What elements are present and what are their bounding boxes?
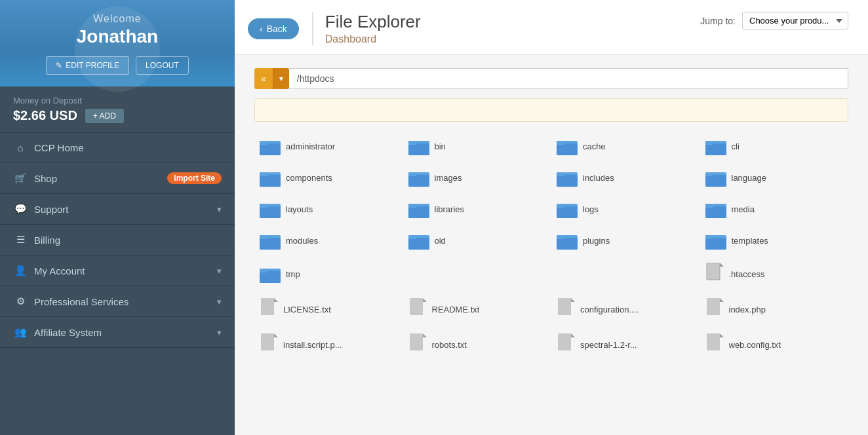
folder-item[interactable]: images <box>403 165 552 190</box>
money-section: Money on Deposit $2.66 USD + ADD <box>0 86 235 133</box>
money-label: Money on Deposit <box>13 96 222 105</box>
svg-rect-11 <box>705 141 713 145</box>
folder-item[interactable]: tmp <box>254 259 403 288</box>
edit-profile-button[interactable]: ✎ EDIT PROFILE <box>46 56 129 75</box>
svg-rect-23 <box>705 172 713 176</box>
folder-name: old <box>435 236 446 246</box>
file-icon <box>260 333 278 356</box>
folder-item[interactable]: bin <box>403 134 552 159</box>
svg-rect-29 <box>408 204 416 208</box>
svg-rect-56 <box>410 298 423 315</box>
file-item[interactable]: robots.txt <box>403 330 552 359</box>
path-back-button[interactable]: « <box>254 68 273 89</box>
file-item[interactable]: spectral-1.2-r... <box>551 330 700 359</box>
sidebar-header: Welcome Jonathan ✎ EDIT PROFILE LOGOUT <box>0 0 235 86</box>
sidebar-item-shop[interactable]: 🛒 Shop Import Site <box>0 163 235 194</box>
svg-rect-50 <box>260 269 267 273</box>
file-name: LICENSE.txt <box>283 305 331 314</box>
folder-item[interactable]: components <box>254 165 403 190</box>
add-funds-button[interactable]: + ADD <box>85 109 124 123</box>
svg-rect-20 <box>557 172 564 176</box>
file-item[interactable]: configuration.... <box>551 295 700 324</box>
back-button[interactable]: ‹ Back <box>248 18 299 39</box>
explorer-body: « ▾ administrator bin cache cli <box>235 55 868 435</box>
path-input[interactable] <box>289 68 848 89</box>
file-item[interactable]: index.php <box>700 295 849 324</box>
folder-icon <box>557 137 578 155</box>
folder-item[interactable]: layouts <box>254 197 403 221</box>
folder-icon <box>408 231 429 250</box>
svg-marker-52 <box>720 263 724 267</box>
folder-item[interactable]: templates <box>700 228 849 253</box>
folder-item[interactable]: old <box>403 228 552 253</box>
main-header: ‹ Back File Explorer Dashboard Jump to: … <box>235 0 868 55</box>
folder-item[interactable]: modules <box>254 228 403 253</box>
folder-icon <box>260 200 281 218</box>
file-item[interactable]: README.txt <box>403 295 552 324</box>
folder-icon <box>557 168 578 187</box>
folder-item[interactable]: cache <box>551 134 700 159</box>
folder-name: plugins <box>583 236 610 246</box>
header-left: ‹ Back File Explorer Dashboard <box>248 12 421 45</box>
folder-item[interactable]: plugins <box>551 228 700 253</box>
svg-rect-37 <box>260 238 281 250</box>
folder-name: cache <box>583 142 606 151</box>
page-title: File Explorer <box>325 12 421 32</box>
folder-item[interactable]: administrator <box>254 134 403 159</box>
sidebar-item-label: Shop <box>34 173 167 184</box>
folder-item[interactable]: language <box>700 165 849 190</box>
gear-icon: ⚙ <box>13 295 28 307</box>
sidebar-item-billing[interactable]: ☰ Billing <box>0 225 235 255</box>
file-icon <box>260 298 278 320</box>
sidebar-item-professional-services[interactable]: ⚙ Professional Services ▾ <box>0 286 235 317</box>
folder-icon <box>408 168 429 187</box>
svg-rect-64 <box>410 333 423 350</box>
svg-rect-14 <box>260 172 267 176</box>
info-bar <box>254 98 848 122</box>
folder-name: libraries <box>435 204 465 214</box>
sidebar-item-my-account[interactable]: 👤 My Account ▾ <box>0 255 235 286</box>
folder-name: includes <box>583 173 614 183</box>
sidebar-item-affiliate-system[interactable]: 👥 Affiliate System ▾ <box>0 317 235 348</box>
folder-item[interactable]: media <box>700 197 849 221</box>
folder-name: administrator <box>286 142 335 151</box>
svg-marker-61 <box>720 298 724 302</box>
svg-rect-35 <box>705 204 713 208</box>
folder-item[interactable]: includes <box>551 165 700 190</box>
chevron-down-icon: ▾ <box>217 328 222 337</box>
folder-icon <box>260 137 281 155</box>
file-item[interactable]: install.script.p... <box>254 330 403 359</box>
money-row: $2.66 USD + ADD <box>13 108 222 123</box>
svg-marker-65 <box>423 333 427 337</box>
file-item[interactable]: web.config.txt <box>700 330 849 359</box>
folder-name: templates <box>732 236 768 246</box>
file-name: robots.txt <box>432 340 467 350</box>
folder-item[interactable]: cli <box>700 134 849 159</box>
svg-marker-67 <box>571 333 575 337</box>
jump-to-select[interactable]: Choose your produ... <box>742 12 848 29</box>
file-name: install.script.p... <box>283 340 342 350</box>
folder-icon <box>260 265 281 283</box>
path-dropdown-button[interactable]: ▾ <box>273 68 289 89</box>
file-item[interactable]: .htaccess <box>700 259 849 288</box>
file-item[interactable]: LICENSE.txt <box>254 295 403 324</box>
folder-item[interactable]: logs <box>551 197 700 221</box>
svg-rect-7 <box>557 143 578 155</box>
logout-button[interactable]: LOGOUT <box>136 56 189 75</box>
svg-rect-43 <box>557 238 578 250</box>
user-icon: 👤 <box>13 265 28 276</box>
folder-icon <box>557 200 578 218</box>
chevron-left-icon: ‹ <box>260 24 263 34</box>
folder-icon <box>260 168 281 187</box>
sidebar-item-support[interactable]: 💬 Support ▾ <box>0 194 235 225</box>
sidebar-header-buttons: ✎ EDIT PROFILE LOGOUT <box>0 56 235 75</box>
jump-to-row: Jump to: Choose your produ... <box>700 12 848 29</box>
svg-rect-4 <box>408 143 429 155</box>
sidebar-item-ccp-home[interactable]: ⌂ CCP Home <box>0 133 235 163</box>
svg-rect-22 <box>705 175 726 187</box>
svg-rect-19 <box>557 175 578 187</box>
files-grid: administrator bin cache cli components i… <box>254 134 848 359</box>
svg-rect-28 <box>408 206 429 218</box>
users-icon: 👥 <box>13 326 28 338</box>
folder-item[interactable]: libraries <box>403 197 552 221</box>
